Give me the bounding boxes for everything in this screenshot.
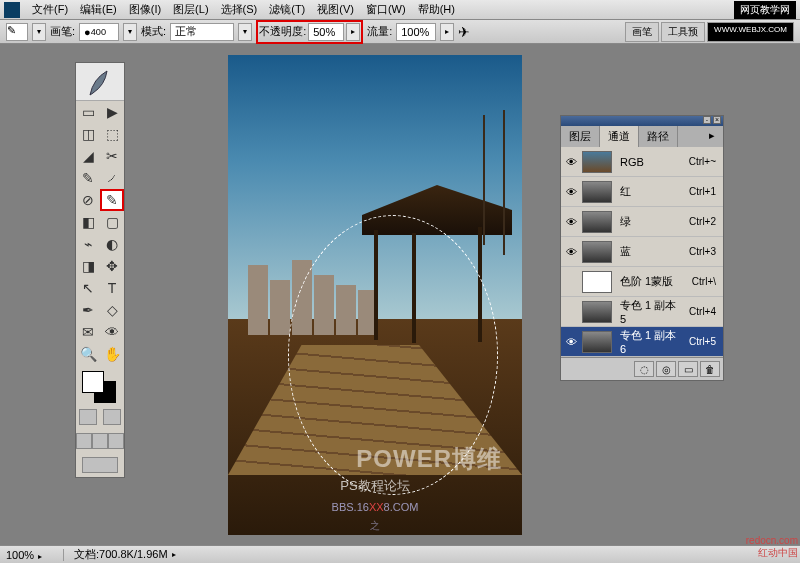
tool-6-0[interactable]: ⌁ xyxy=(76,233,100,255)
channel-row[interactable]: 👁RGBCtrl+~ xyxy=(561,147,723,177)
channel-name: 红 xyxy=(616,184,685,199)
menu-select[interactable]: 选择(S) xyxy=(215,2,264,17)
airbrush-icon[interactable]: ✈ xyxy=(458,24,470,40)
channel-row[interactable]: 👁蓝Ctrl+3 xyxy=(561,237,723,267)
channel-row[interactable]: 👁绿Ctrl+2 xyxy=(561,207,723,237)
document-canvas[interactable]: POWER博维 PS教程论坛 BBS.16XX8.COM 之 xyxy=(228,55,522,535)
flow-dropdown[interactable]: ▸ xyxy=(440,23,454,41)
channel-name: 专色 1 副本 5 xyxy=(616,298,685,325)
tool-4-1[interactable]: ✎ xyxy=(100,189,124,211)
tool-11-0[interactable]: 🔍 xyxy=(76,343,100,365)
menu-window[interactable]: 窗口(W) xyxy=(360,2,412,17)
tool-9-1[interactable]: ◇ xyxy=(100,299,124,321)
panel-menu-icon[interactable]: ▸ xyxy=(701,126,723,147)
current-tool-icon[interactable]: ✎ xyxy=(6,23,28,41)
mode-dropdown[interactable]: ▾ xyxy=(238,23,252,41)
document-size[interactable]: 文档:700.8K/1.96M xyxy=(64,547,168,562)
menu-view[interactable]: 视图(V) xyxy=(311,2,360,17)
tool-1-1[interactable]: ⬚ xyxy=(100,123,124,145)
status-menu-icon[interactable]: ▸ xyxy=(172,550,176,559)
screen-mode-1[interactable] xyxy=(76,433,92,449)
menu-edit[interactable]: 编辑(E) xyxy=(74,2,123,17)
tool-preset-dropdown[interactable]: ▾ xyxy=(32,23,46,41)
tool-4-0[interactable]: ⊘ xyxy=(76,189,100,211)
screen-mode-3[interactable] xyxy=(108,433,124,449)
menu-help[interactable]: 帮助(H) xyxy=(412,2,461,17)
tool-6-1[interactable]: ◐ xyxy=(100,233,124,255)
screen-mode-2[interactable] xyxy=(92,433,108,449)
mode-select[interactable]: 正常 xyxy=(170,23,234,41)
image-watermark-brand: POWER博维 xyxy=(356,443,502,475)
toolbox-handle[interactable] xyxy=(76,63,124,101)
channel-shortcut: Ctrl+2 xyxy=(689,216,720,227)
visibility-eye-icon[interactable]: 👁 xyxy=(564,245,578,259)
channel-shortcut: Ctrl+5 xyxy=(689,336,720,347)
panel-close-icon[interactable]: × xyxy=(713,116,721,124)
tool-presets-tab[interactable]: 工具预 xyxy=(661,22,705,42)
channel-thumbnail xyxy=(582,301,612,323)
tool-2-1[interactable]: ✂ xyxy=(100,145,124,167)
channel-row[interactable]: 色阶 1蒙版Ctrl+\ xyxy=(561,267,723,297)
tool-7-0[interactable]: ◨ xyxy=(76,255,100,277)
new-channel-icon[interactable]: ▭ xyxy=(678,361,698,377)
color-swatches xyxy=(76,369,124,405)
channel-shortcut: Ctrl+1 xyxy=(689,186,720,197)
delete-channel-icon[interactable]: 🗑 xyxy=(700,361,720,377)
tab-layers[interactable]: 图层 xyxy=(561,126,600,147)
visibility-eye-icon[interactable] xyxy=(564,275,578,289)
panel-titlebar[interactable]: - × xyxy=(561,116,723,126)
tool-5-1[interactable]: ▢ xyxy=(100,211,124,233)
tool-11-1[interactable]: ✋ xyxy=(100,343,124,365)
brush-preview[interactable]: ● 400 xyxy=(79,23,119,41)
tool-5-0[interactable]: ◧ xyxy=(76,211,100,233)
opacity-highlight: 不透明度: 50% ▸ xyxy=(256,20,363,44)
tool-3-0[interactable]: ✎ xyxy=(76,167,100,189)
channel-thumbnail xyxy=(582,211,612,233)
foreground-color[interactable] xyxy=(82,371,104,393)
tool-10-0[interactable]: ✉ xyxy=(76,321,100,343)
visibility-eye-icon[interactable]: 👁 xyxy=(564,335,578,349)
edit-mode-standard[interactable] xyxy=(79,409,97,425)
tab-paths[interactable]: 路径 xyxy=(639,126,678,147)
brushes-palette-tab[interactable]: 画笔 xyxy=(625,22,659,42)
tool-10-1[interactable]: 👁 xyxy=(100,321,124,343)
tool-2-0[interactable]: ◢ xyxy=(76,145,100,167)
visibility-eye-icon[interactable]: 👁 xyxy=(564,215,578,229)
status-bar: 100%▸ 文档:700.8K/1.96M ▸ xyxy=(0,545,800,563)
visibility-eye-icon[interactable] xyxy=(564,305,578,319)
toolbox: ▭▶◫⬚◢✂✎⟋⊘✎◧▢⌁◐◨✥↖T✒◇✉👁🔍✋ xyxy=(75,62,125,478)
tool-9-0[interactable]: ✒ xyxy=(76,299,100,321)
opacity-input[interactable]: 50% xyxy=(308,23,344,41)
jump-to-imageready[interactable] xyxy=(82,457,118,473)
tool-8-1[interactable]: T xyxy=(100,277,124,299)
panel-minimize-icon[interactable]: - xyxy=(703,116,711,124)
visibility-eye-icon[interactable]: 👁 xyxy=(564,155,578,169)
channel-row[interactable]: 👁专色 1 副本 6Ctrl+5 xyxy=(561,327,723,357)
zoom-level[interactable]: 100%▸ xyxy=(0,549,64,561)
channel-thumbnail xyxy=(582,151,612,173)
tab-channels[interactable]: 通道 xyxy=(600,126,639,147)
menu-layer[interactable]: 图层(L) xyxy=(167,2,214,17)
channel-name: 色阶 1蒙版 xyxy=(616,274,688,289)
menu-image[interactable]: 图像(I) xyxy=(123,2,167,17)
channel-row[interactable]: 👁红Ctrl+1 xyxy=(561,177,723,207)
channel-row[interactable]: 专色 1 副本 5Ctrl+4 xyxy=(561,297,723,327)
tool-7-1[interactable]: ✥ xyxy=(100,255,124,277)
menu-filter[interactable]: 滤镜(T) xyxy=(263,2,311,17)
brush-dropdown[interactable]: ▾ xyxy=(123,23,137,41)
flow-input[interactable]: 100% xyxy=(396,23,436,41)
menu-file[interactable]: 文件(F) xyxy=(26,2,74,17)
tool-0-1[interactable]: ▶ xyxy=(100,101,124,123)
channel-list: 👁RGBCtrl+~👁红Ctrl+1👁绿Ctrl+2👁蓝Ctrl+3色阶 1蒙版… xyxy=(561,147,723,357)
load-selection-icon[interactable]: ◌ xyxy=(634,361,654,377)
tool-3-1[interactable]: ⟋ xyxy=(100,167,124,189)
tool-8-0[interactable]: ↖ xyxy=(76,277,100,299)
edit-mode-quickmask[interactable] xyxy=(103,409,121,425)
visibility-eye-icon[interactable]: 👁 xyxy=(564,185,578,199)
tool-0-0[interactable]: ▭ xyxy=(76,101,100,123)
image-watermark-extra: 之 xyxy=(370,519,380,533)
tool-1-0[interactable]: ◫ xyxy=(76,123,100,145)
save-selection-icon[interactable]: ◎ xyxy=(656,361,676,377)
channel-thumbnail xyxy=(582,331,612,353)
opacity-dropdown[interactable]: ▸ xyxy=(346,23,360,41)
